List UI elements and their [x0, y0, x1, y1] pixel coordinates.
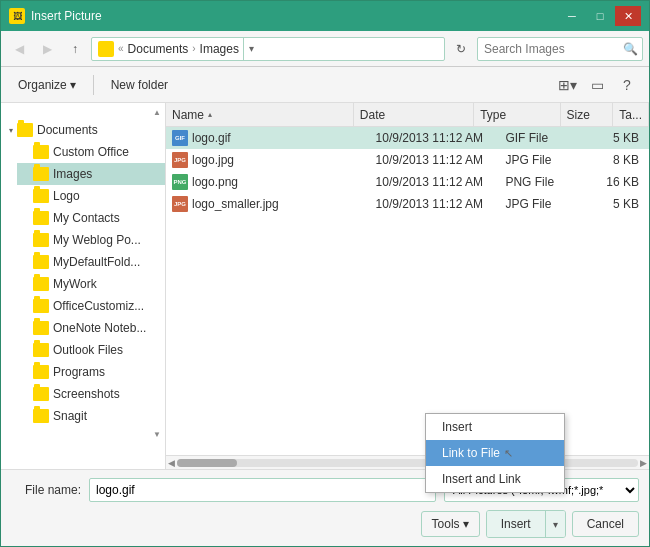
col-header-type[interactable]: Type	[474, 103, 560, 126]
sidebar-item-label-mywork: MyWork	[53, 277, 97, 291]
address-path[interactable]: « Documents › Images ▾	[91, 37, 445, 61]
forward-button[interactable]: ▶	[35, 37, 59, 61]
expand-icon	[21, 212, 33, 224]
tools-label: Tools	[432, 517, 460, 531]
filename-input[interactable]	[89, 478, 436, 502]
h-scroll-thumb[interactable]	[177, 459, 237, 467]
sidebar-scroll-up[interactable]: ▲	[1, 103, 165, 119]
preview-pane-button[interactable]: ▭	[583, 73, 611, 97]
mywork-folder-icon	[33, 277, 49, 291]
sidebar-item-custom-office[interactable]: Custom Office	[17, 141, 165, 163]
expand-icon	[21, 168, 33, 180]
sidebar-item-screenshots[interactable]: Screenshots	[17, 383, 165, 405]
sidebar-scroll-down[interactable]: ▼	[1, 427, 165, 443]
insert-button[interactable]: Insert	[487, 511, 545, 537]
file-type: JPG File	[499, 153, 592, 167]
path-images: Images	[200, 42, 239, 56]
up-button[interactable]: ↑	[63, 37, 87, 61]
new-folder-button[interactable]: New folder	[102, 72, 177, 98]
window-title: Insert Picture	[31, 9, 102, 23]
sidebar-item-label-programs: Programs	[53, 365, 105, 379]
col-header-tags[interactable]: Ta...	[613, 103, 649, 126]
sidebar-item-label-screenshots: Screenshots	[53, 387, 120, 401]
insert-picture-dialog: 🖼 Insert Picture ─ □ ✕ ◀ ▶ ↑ « Documents…	[0, 0, 650, 547]
tools-chevron: ▾	[463, 517, 469, 531]
file-name: logo_smaller.jpg	[192, 197, 279, 211]
sidebar: ▲ ▾ Documents Custom Office Images	[1, 103, 166, 469]
window-icon: 🖼	[9, 8, 25, 24]
table-row[interactable]: JPG logo.jpg 10/9/2013 11:12 AM JPG File…	[166, 149, 649, 171]
expand-icon	[21, 300, 33, 312]
table-row[interactable]: GIF logo.gif 10/9/2013 11:12 AM GIF File…	[166, 127, 649, 149]
file-date: 10/9/2013 11:12 AM	[370, 175, 500, 189]
address-bar: ◀ ▶ ↑ « Documents › Images ▾ ↻ 🔍	[1, 31, 649, 67]
sidebar-item-logo[interactable]: Logo	[17, 185, 165, 207]
images-folder-icon	[33, 167, 49, 181]
expand-icon	[21, 322, 33, 334]
cursor-indicator: ↖	[504, 447, 513, 460]
col-header-size[interactable]: Size	[561, 103, 614, 126]
sidebar-item-documents[interactable]: ▾ Documents	[1, 119, 165, 141]
menu-item-label-insert: Insert	[442, 420, 472, 434]
table-row[interactable]: JPG logo_smaller.jpg 10/9/2013 11:12 AM …	[166, 193, 649, 215]
sidebar-item-label-documents: Documents	[37, 123, 98, 137]
refresh-button[interactable]: ↻	[449, 37, 473, 61]
menu-item-insert-and-link[interactable]: Insert and Link	[426, 466, 564, 492]
expand-icon	[21, 234, 33, 246]
sidebar-item-onenote[interactable]: OneNote Noteb...	[17, 317, 165, 339]
h-scroll-right[interactable]: ▶	[640, 458, 647, 468]
h-scroll-track	[177, 459, 638, 467]
file-size: 8 KB	[592, 153, 649, 167]
search-input[interactable]	[478, 42, 618, 56]
sidebar-item-outlook-files[interactable]: Outlook Files	[17, 339, 165, 361]
path-separator: «	[118, 43, 124, 54]
sidebar-item-mywork[interactable]: MyWork	[17, 273, 165, 295]
minimize-button[interactable]: ─	[559, 6, 585, 26]
sidebar-item-images[interactable]: Images	[17, 163, 165, 185]
insert-dropdown-button[interactable]: ▾	[545, 511, 565, 537]
view-toggle-button[interactable]: ⊞▾	[553, 73, 581, 97]
file-size: 5 KB	[592, 197, 649, 211]
expand-icon	[21, 278, 33, 290]
close-button[interactable]: ✕	[615, 6, 641, 26]
h-scroll-left[interactable]: ◀	[168, 458, 175, 468]
help-button[interactable]: ?	[613, 73, 641, 97]
sidebar-item-my-contacts[interactable]: My Contacts	[17, 207, 165, 229]
file-list-header: Name ▴ Date Type Size Ta...	[166, 103, 649, 127]
mydefaultfolder-folder-icon	[33, 255, 49, 269]
sidebar-item-snagit[interactable]: Snagit	[17, 405, 165, 427]
maximize-button[interactable]: □	[587, 6, 613, 26]
toolbar-separator	[93, 75, 94, 95]
file-icon-jpg: JPG	[172, 152, 188, 168]
file-name: logo.jpg	[192, 153, 234, 167]
sidebar-item-officecustomiz[interactable]: OfficeCustomiz...	[17, 295, 165, 317]
sidebar-item-mydefaultfolder[interactable]: MyDefaultFold...	[17, 251, 165, 273]
col-header-name[interactable]: Name ▴	[166, 103, 354, 126]
file-date: 10/9/2013 11:12 AM	[370, 197, 500, 211]
title-bar: 🖼 Insert Picture ─ □ ✕	[1, 1, 649, 31]
sidebar-item-my-weblog[interactable]: My Weblog Po...	[17, 229, 165, 251]
file-icon-png: PNG	[172, 174, 188, 190]
sidebar-item-label-my-contacts: My Contacts	[53, 211, 120, 225]
file-list-area: Name ▴ Date Type Size Ta...	[166, 103, 649, 469]
sidebar-item-programs[interactable]: Programs	[17, 361, 165, 383]
menu-item-insert[interactable]: Insert	[426, 414, 564, 440]
col-name-label: Name	[172, 108, 204, 122]
sidebar-item-label-outlook-files: Outlook Files	[53, 343, 123, 357]
file-name: logo.png	[192, 175, 238, 189]
back-button[interactable]: ◀	[7, 37, 31, 61]
organize-button[interactable]: Organize ▾	[9, 72, 85, 98]
menu-item-label-insert-and-link: Insert and Link	[442, 472, 521, 486]
documents-folder-icon	[17, 123, 33, 137]
tools-button[interactable]: Tools ▾	[421, 511, 480, 537]
menu-item-link-to-file[interactable]: Link to File ↖	[426, 440, 564, 466]
cancel-button[interactable]: Cancel	[572, 511, 639, 537]
sidebar-item-label-custom-office: Custom Office	[53, 145, 129, 159]
table-row[interactable]: PNG logo.png 10/9/2013 11:12 AM PNG File…	[166, 171, 649, 193]
logo-folder-icon	[33, 189, 49, 203]
path-chevron[interactable]: ▾	[243, 37, 259, 61]
horizontal-scrollbar[interactable]: ◀ ▶	[166, 455, 649, 469]
sidebar-item-label-officecustomiz: OfficeCustomiz...	[53, 299, 144, 313]
file-icon-gif: GIF	[172, 130, 188, 146]
col-header-date[interactable]: Date	[354, 103, 474, 126]
